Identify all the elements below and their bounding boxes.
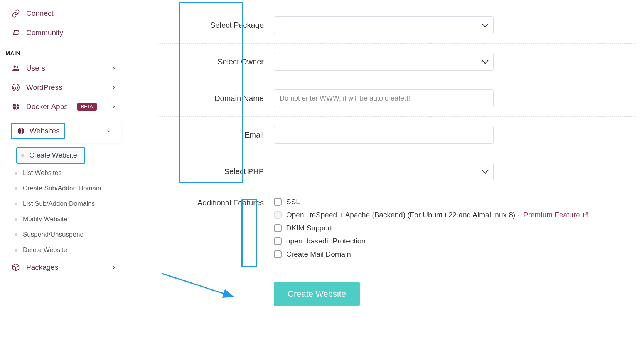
nav-wordpress-label: WordPress	[26, 83, 62, 92]
label-select-php: Select PHP	[158, 167, 274, 176]
submenu-label: Create Website	[29, 151, 77, 160]
checkbox-open-basedir[interactable]	[274, 237, 282, 245]
feature-dkim: DKIM Support	[274, 224, 588, 232]
submenu-label: Suspend/Unsuspend	[23, 231, 84, 238]
wordpress-icon	[11, 83, 21, 92]
submenu-label: Modify Website	[23, 215, 67, 223]
submenu-create-subdomain[interactable]: Create Sub/Addon Domain	[11, 181, 121, 196]
highlight-websites: Websites	[11, 123, 65, 139]
feature-ols-apache-label: OpenLiteSpeed + Apache (Backend) (For Ub…	[286, 211, 588, 219]
nav-users-label: Users	[26, 64, 46, 72]
bullet-icon	[15, 249, 17, 252]
nav-connect-label: Connect	[26, 9, 54, 18]
nav-wordpress[interactable]: WordPress	[0, 78, 127, 97]
section-label-main: MAIN	[0, 47, 127, 59]
select-package[interactable]	[274, 16, 494, 34]
bullet-icon	[15, 203, 17, 205]
submenu-suspend[interactable]: Suspend/Unsuspend	[11, 227, 121, 242]
nav-docker-label: Docker Apps	[26, 102, 68, 111]
bullet-icon	[15, 218, 17, 221]
globe-icon	[16, 127, 26, 135]
external-link-icon	[582, 212, 588, 218]
users-icon	[11, 64, 21, 72]
feature-list: SSL OpenLiteSpeed + Apache (Backend) (Fo…	[274, 198, 588, 259]
nav-connect[interactable]: Connect	[0, 4, 127, 23]
submenu-modify-website[interactable]: Modify Website	[11, 212, 121, 227]
row-additional-features: Additional Features SSL OpenLiteSpeed + …	[158, 190, 636, 270]
nav-community-label: Community	[26, 29, 63, 37]
input-email[interactable]	[274, 126, 494, 144]
bullet-icon	[15, 172, 17, 175]
label-email: Email	[158, 131, 274, 139]
svg-point-0	[14, 66, 16, 68]
create-website-button[interactable]: Create Website	[274, 282, 360, 306]
chevron-right-icon	[111, 102, 116, 111]
premium-text: Premium Feature	[523, 211, 580, 219]
submenu-label: Delete Website	[23, 246, 67, 254]
package-icon	[11, 263, 21, 272]
bullet-icon	[15, 187, 17, 190]
row-email: Email	[158, 117, 636, 153]
globe-icon	[11, 103, 21, 111]
feature-ols-text: OpenLiteSpeed + Apache (Backend) (For Ub…	[286, 211, 522, 219]
submenu-label: List Websites	[23, 169, 62, 177]
feature-open-basedir-label: open_basedir Protection	[286, 237, 366, 245]
nav-packages-label: Packages	[26, 263, 58, 272]
checkbox-dkim[interactable]	[274, 224, 282, 232]
bullet-icon	[21, 154, 24, 157]
feature-ssl-label: SSL	[286, 198, 300, 206]
row-domain-name: Domain Name	[158, 80, 636, 117]
checkbox-ssl[interactable]	[274, 198, 282, 206]
premium-feature-link[interactable]: Premium Feature	[523, 211, 588, 219]
chevron-right-icon	[111, 64, 116, 72]
submenu-delete-website[interactable]: Delete Website	[11, 242, 121, 258]
feature-open-basedir: open_basedir Protection	[274, 237, 588, 245]
feature-mail-domain: Create Mail Domain	[274, 250, 588, 259]
submenu-label: Create Sub/Addon Domain	[23, 185, 101, 192]
feature-ssl: SSL	[274, 198, 588, 206]
row-select-package: Select Package	[158, 7, 636, 44]
chevron-right-icon	[111, 83, 116, 92]
feature-mail-domain-label: Create Mail Domain	[286, 250, 351, 259]
chat-icon	[11, 29, 21, 37]
svg-point-1	[16, 66, 18, 68]
divider	[5, 45, 121, 45]
beta-badge: BETA	[77, 103, 96, 111]
checkbox-ols-apache[interactable]	[274, 211, 282, 219]
chevron-right-icon	[111, 263, 116, 272]
websites-submenu: Create Website List Websites Create Sub/…	[0, 146, 127, 258]
nav-websites-label: Websites	[30, 127, 60, 135]
input-domain-name[interactable]	[274, 89, 494, 107]
nav-docker-apps[interactable]: Docker Apps BETA	[0, 97, 127, 116]
label-select-owner: Select Owner	[158, 57, 274, 66]
select-owner[interactable]	[274, 53, 494, 71]
nav-websites[interactable]: Websites	[5, 119, 121, 143]
feature-dkim-label: DKIM Support	[286, 224, 332, 232]
chevron-down-icon	[105, 129, 112, 133]
submenu-list-subdomains[interactable]: List Sub/Addon Domains	[11, 196, 121, 212]
nav-packages[interactable]: Packages	[0, 258, 127, 277]
sidebar: Connect Community MAIN Users WordPress D…	[0, 0, 127, 356]
submenu-create-website[interactable]: Create Website	[17, 148, 84, 163]
label-select-package: Select Package	[158, 21, 274, 30]
feature-ols-apache: OpenLiteSpeed + Apache (Backend) (For Ub…	[274, 211, 588, 219]
submit-row: Create Website	[158, 270, 636, 306]
submenu-label: List Sub/Addon Domains	[23, 200, 95, 208]
label-additional-features: Additional Features	[158, 198, 274, 207]
row-select-owner: Select Owner	[158, 44, 636, 80]
main-content: Select Package Select Owner Domain Name …	[127, 0, 644, 356]
nav-users[interactable]: Users	[0, 59, 127, 78]
bullet-icon	[15, 233, 17, 236]
label-domain-name: Domain Name	[158, 94, 274, 103]
row-select-php: Select PHP	[158, 153, 636, 190]
submenu-list-websites[interactable]: List Websites	[11, 165, 121, 181]
nav-community[interactable]: Community	[0, 23, 127, 42]
highlight-create-website: Create Website	[16, 147, 85, 164]
link-icon	[11, 9, 21, 18]
checkbox-mail-domain[interactable]	[274, 250, 282, 258]
select-php[interactable]	[274, 163, 494, 180]
